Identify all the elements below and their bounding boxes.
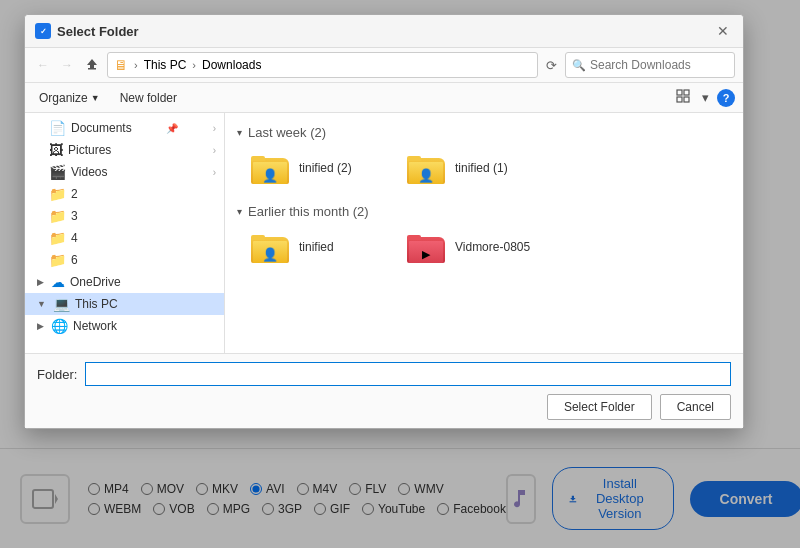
view-dropdown-button[interactable]: ▾ (698, 88, 713, 107)
network-expand: ▶ (37, 321, 44, 331)
folder-thumb-tinified: 👤 (251, 231, 291, 263)
folder-item-tinified1[interactable]: 👤 tinified (1) (401, 148, 541, 188)
new-folder-button[interactable]: New folder (114, 89, 183, 107)
sidebar-item-onedrive[interactable]: ▶ ☁ OneDrive (25, 271, 224, 293)
folder-thumb-vidmore: ▶ (407, 231, 447, 263)
path-folder-icon: 🖥 (114, 57, 128, 73)
svg-rect-7 (684, 97, 689, 102)
sidebar-item-network[interactable]: ▶ 🌐 Network (25, 315, 224, 337)
group-arrow-2: ▾ (237, 206, 242, 217)
pin-icon-docs: 📌 (166, 123, 178, 134)
dialog-footer: Folder: Select Folder Cancel (25, 353, 743, 428)
documents-icon: 📄 (49, 120, 66, 136)
folder-item-tinified2[interactable]: 👤 tinified (2) (245, 148, 385, 188)
path-separator-2: › (192, 59, 196, 71)
search-icon: 🔍 (572, 59, 586, 72)
folder-input-row: Folder: (37, 362, 731, 386)
up-button[interactable] (81, 55, 103, 76)
onedrive-expand: ▶ (37, 277, 44, 287)
folder-thumb-tinified2: 👤 (251, 152, 291, 184)
folder2-icon: 📁 (49, 186, 66, 202)
app-icon: ✓ (35, 23, 51, 39)
arrow-docs: › (213, 123, 216, 134)
videos-icon: 🎬 (49, 164, 66, 180)
group-arrow-1: ▾ (237, 127, 242, 138)
svg-rect-3 (88, 68, 96, 70)
pictures-icon: 🖼 (49, 142, 63, 158)
folder-thumb-tinified1: 👤 (407, 152, 447, 184)
folder-grid-earlier: 👤 tinified ▶ Vidmore-0805 (237, 227, 731, 267)
select-folder-dialog: ✓ Select Folder ✕ ← → 🖥 › This PC › Down… (24, 14, 744, 429)
folder6-icon: 📁 (49, 252, 66, 268)
dialog-title-text: Select Folder (57, 24, 139, 39)
path-downloads: Downloads (202, 58, 261, 72)
svg-rect-5 (684, 90, 689, 95)
organize-button[interactable]: Organize ▼ (33, 89, 106, 107)
svg-rect-6 (677, 97, 682, 102)
sidebar-item-documents[interactable]: 📄 Documents 📌 › (25, 117, 224, 139)
path-thispc: This PC (144, 58, 187, 72)
arrow-vids: › (213, 167, 216, 178)
sidebar-item-thispc[interactable]: ▼ 💻 This PC (25, 293, 224, 315)
sidebar: 📄 Documents 📌 › 🖼 Pictures › 🎬 Videos › … (25, 113, 225, 353)
folder-label: Folder: (37, 367, 77, 382)
view-options: ▾ ? (672, 87, 735, 108)
group-last-week-header: ▾ Last week (2) (237, 125, 731, 140)
dialog-close-button[interactable]: ✕ (713, 21, 733, 41)
sidebar-item-folder3[interactable]: 📁 3 (25, 205, 224, 227)
dialog-body: 📄 Documents 📌 › 🖼 Pictures › 🎬 Videos › … (25, 113, 743, 353)
svg-rect-4 (677, 90, 682, 95)
folder3-icon: 📁 (49, 208, 66, 224)
select-folder-button[interactable]: Select Folder (547, 394, 652, 420)
network-icon: 🌐 (51, 318, 68, 334)
refresh-button[interactable]: ⟳ (542, 56, 561, 75)
folder-grid-lastweek: 👤 tinified (2) 👤 tinified (1) (237, 148, 731, 188)
thispc-icon: 💻 (53, 296, 70, 312)
onedrive-icon: ☁ (51, 274, 65, 290)
cancel-button[interactable]: Cancel (660, 394, 731, 420)
forward-button[interactable]: → (57, 56, 77, 74)
folder-input[interactable] (85, 362, 731, 386)
sidebar-item-pictures[interactable]: 🖼 Pictures › (25, 139, 224, 161)
sidebar-item-folder6[interactable]: 📁 6 (25, 249, 224, 271)
file-area: ▾ Last week (2) 👤 tinified (2) (225, 113, 743, 353)
sidebar-item-folder4[interactable]: 📁 4 (25, 227, 224, 249)
search-input[interactable] (590, 58, 728, 72)
folder4-icon: 📁 (49, 230, 66, 246)
back-button[interactable]: ← (33, 56, 53, 74)
arrow-pics: › (213, 145, 216, 156)
thispc-expand: ▼ (37, 299, 46, 309)
group-earlier-month-header: ▾ Earlier this month (2) (237, 204, 731, 219)
dialog-title: ✓ Select Folder (35, 23, 139, 39)
search-box[interactable]: 🔍 (565, 52, 735, 78)
dialog-nav-toolbar: ← → 🖥 › This PC › Downloads ⟳ 🔍 (25, 48, 743, 83)
help-button[interactable]: ? (717, 89, 735, 107)
path-bar[interactable]: 🖥 › This PC › Downloads (107, 52, 538, 78)
path-separator-1: › (134, 59, 138, 71)
dialog-titlebar: ✓ Select Folder ✕ (25, 15, 743, 48)
view-toggle-button[interactable] (672, 87, 694, 108)
dialog-action-bar: Organize ▼ New folder ▾ ? (25, 83, 743, 113)
footer-buttons: Select Folder Cancel (37, 394, 731, 420)
sidebar-item-videos[interactable]: 🎬 Videos › (25, 161, 224, 183)
folder-item-vidmore[interactable]: ▶ Vidmore-0805 (401, 227, 541, 267)
sidebar-item-folder2[interactable]: 📁 2 (25, 183, 224, 205)
folder-item-tinified[interactable]: 👤 tinified (245, 227, 385, 267)
